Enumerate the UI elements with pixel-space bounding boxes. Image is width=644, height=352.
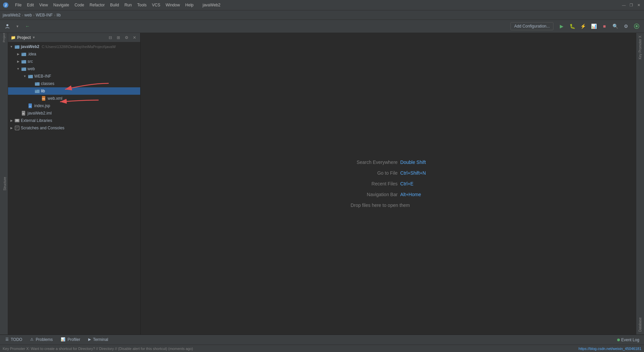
- hint-shortcut-recent: Ctrl+E: [400, 181, 413, 186]
- svg-text:J: J: [5, 3, 7, 7]
- menu-file[interactable]: File: [13, 2, 24, 8]
- tree-item-external-libs[interactable]: External Libraries: [8, 117, 140, 124]
- terminal-icon: ▶: [88, 337, 91, 342]
- todo-icon: ☰: [5, 337, 9, 342]
- close-button[interactable]: ✕: [636, 2, 641, 8]
- tree-item-javaweb2[interactable]: javaWeb2 C:\Users\13288\Desktop\heiMaPro…: [8, 43, 140, 50]
- menu-view[interactable]: View: [37, 2, 50, 8]
- todo-tab-label: TODO: [11, 337, 22, 342]
- titlebar: J File Edit View Navigate Code Refactor …: [0, 0, 644, 10]
- toolbar-right: ▶ 🐛 ⚡ 📊 ■ 🔍 ⚙: [557, 21, 641, 31]
- menu-run[interactable]: Run: [122, 2, 134, 8]
- database-tab[interactable]: Database: [637, 315, 643, 335]
- key-promoter-tab[interactable]: Key Promoter X: [637, 33, 643, 62]
- expand-all-icon[interactable]: ⊞: [115, 35, 121, 41]
- svg-point-2: [6, 24, 8, 26]
- editor-hints: Search Everywhere Double Shift Go to Fil…: [351, 160, 426, 208]
- coverage-icon[interactable]: ⚡: [578, 21, 588, 31]
- svg-text:JSP: JSP: [29, 105, 32, 107]
- project-header-title: Project: [17, 35, 31, 40]
- hint-label-navbar: Navigation Bar: [351, 192, 397, 197]
- event-log-label: Event Log: [621, 338, 639, 342]
- lib-folder-icon: [35, 88, 40, 94]
- terminal-tab[interactable]: ▶ Terminal: [84, 335, 112, 345]
- menu-window[interactable]: Window: [163, 2, 182, 8]
- statusbar-message: Key Promoter X: Want to create a shortcu…: [3, 347, 193, 351]
- project-settings-icon[interactable]: ⚙: [123, 35, 129, 41]
- project-dropdown-icon[interactable]: ▼: [32, 36, 36, 39]
- breadcrumb-webinf[interactable]: WEB-INF: [36, 13, 53, 17]
- tree-item-idea[interactable]: .idea: [8, 50, 140, 58]
- back-icon[interactable]: ←: [23, 21, 32, 31]
- tree-item-indexjsp[interactable]: JSP index.jsp: [8, 102, 140, 109]
- tree-item-classes[interactable]: classes: [8, 80, 140, 87]
- tree-label-web: web: [28, 67, 35, 71]
- settings-icon[interactable]: ⚙: [621, 21, 631, 31]
- right-strip: Key Promoter X Database: [636, 33, 644, 335]
- breadcrumb-web[interactable]: web: [24, 13, 32, 17]
- minimize-button[interactable]: —: [621, 2, 627, 8]
- search-icon[interactable]: 🔍: [610, 21, 620, 31]
- tree-path-javaweb2: C:\Users\13288\Desktop\heiMaProject\java…: [42, 45, 116, 49]
- app-logo-icon: J: [3, 2, 9, 8]
- svg-rect-18: [35, 90, 37, 91]
- hint-recent-files: Recent Files Ctrl+E: [351, 181, 426, 186]
- maximize-button[interactable]: ❐: [629, 2, 634, 8]
- add-configuration-button[interactable]: Add Configuration...: [511, 22, 553, 30]
- tree-arrow-idea: [16, 52, 20, 56]
- tree-item-webxml[interactable]: XML web.xml: [8, 95, 140, 102]
- profile-icon[interactable]: [3, 21, 12, 31]
- menu-vcs[interactable]: VCS: [150, 2, 163, 8]
- project-tree: javaWeb2 C:\Users\13288\Desktop\heiMaPro…: [8, 42, 140, 335]
- bottom-right: Event Log: [614, 335, 643, 345]
- notifications-icon[interactable]: [632, 21, 641, 31]
- svg-rect-28: [15, 126, 19, 130]
- hint-shortcut-search: Double Shift: [400, 160, 426, 165]
- debug-icon[interactable]: 🐛: [568, 21, 577, 31]
- profiler-tab[interactable]: 📊 Profiler: [57, 335, 84, 345]
- tree-arrow-indexjsp: [23, 104, 27, 108]
- menu-edit[interactable]: Edit: [24, 2, 36, 8]
- problems-tab[interactable]: ⚠ Problems: [26, 335, 57, 345]
- svg-text:XML: XML: [42, 98, 46, 100]
- tree-label-classes: classes: [41, 81, 54, 86]
- menu-refactor[interactable]: Refactor: [87, 2, 107, 8]
- project-close-icon[interactable]: ✕: [131, 35, 138, 41]
- tree-arrow-scratches: [9, 126, 13, 130]
- tree-item-webinf[interactable]: WEB-INF: [8, 73, 140, 80]
- titlebar-left: J File Edit View Navigate Code Refactor …: [3, 2, 220, 8]
- breadcrumb-lib[interactable]: lib: [57, 13, 61, 17]
- structure-tab[interactable]: Structure: [2, 176, 8, 192]
- collapse-all-icon[interactable]: ⊟: [107, 35, 113, 41]
- breadcrumb-javaweb2[interactable]: javaWeb2: [3, 13, 20, 17]
- event-log-button[interactable]: Event Log: [614, 335, 643, 345]
- tree-item-src[interactable]: src: [8, 58, 140, 65]
- indexjsp-file-icon: JSP: [28, 103, 33, 108]
- menu-navigate[interactable]: Navigate: [51, 2, 71, 8]
- main-area: Project 📁 Project ▼ ⊟ ⊞ ⚙ ✕ javaWeb2 C:\…: [0, 33, 644, 335]
- menu-code[interactable]: Code: [72, 2, 87, 8]
- stop-icon[interactable]: ■: [600, 21, 609, 31]
- tree-item-web[interactable]: web: [8, 65, 140, 73]
- tree-item-javaweb2iml[interactable]: IML javaWeb2.iml: [8, 109, 140, 117]
- web-folder-icon: [21, 66, 26, 72]
- webxml-file-icon: XML: [41, 96, 47, 101]
- run-icon[interactable]: ▶: [557, 21, 566, 31]
- tree-item-lib[interactable]: lib: [8, 87, 140, 95]
- problems-icon: ⚠: [30, 337, 34, 342]
- menu-build[interactable]: Build: [108, 2, 121, 8]
- menu-help[interactable]: Help: [183, 2, 196, 8]
- tree-arrow-classes: [30, 82, 34, 86]
- svg-rect-10: [21, 60, 23, 61]
- tree-label-javaweb2iml: javaWeb2.iml: [28, 111, 52, 116]
- hint-shortcut-navbar: Alt+Home: [400, 192, 421, 197]
- statusbar-link[interactable]: https://blog.csdn.net/weixin_45046181: [579, 347, 641, 351]
- todo-tab[interactable]: ☰ TODO: [1, 335, 26, 345]
- profile-run-icon[interactable]: 📊: [589, 21, 598, 31]
- titlebar-menu: File Edit View Navigate Code Refactor Bu…: [13, 2, 196, 8]
- project-strip-btn[interactable]: Project: [1, 34, 7, 41]
- menu-tools[interactable]: Tools: [135, 2, 149, 8]
- dropdown-arrow-icon[interactable]: ▼: [13, 21, 22, 31]
- svg-rect-12: [21, 68, 23, 69]
- tree-item-scratches[interactable]: Scratches and Consoles: [8, 124, 140, 132]
